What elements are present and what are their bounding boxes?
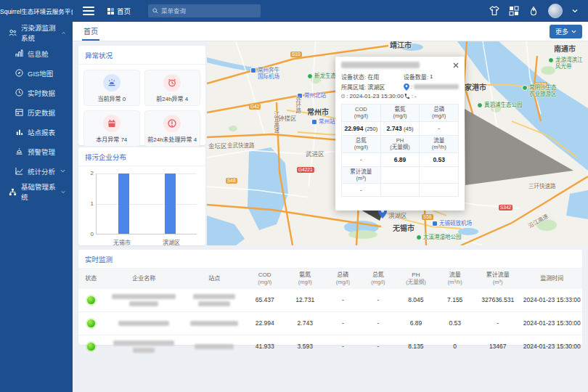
map-poi-park: 龙游湾滨江 风光带 [548, 57, 583, 70]
map-label-road: 江宜高速 [272, 111, 279, 133]
cell-total-flow: 13467 [474, 335, 522, 358]
search-input[interactable] [161, 7, 248, 15]
alarm-icon [15, 147, 23, 155]
cell-nh3: 3.593 [285, 335, 326, 358]
history-icon [15, 108, 23, 116]
sidebar-item-history-data[interactable]: 历史数据 [0, 102, 73, 122]
sidebar-item-gis-map[interactable]: GIS地图 [0, 63, 73, 83]
panel-title: 异常状况 [78, 46, 205, 65]
user-menu-chevron-icon[interactable] [572, 8, 578, 14]
table-row[interactable]: 41.933 3.593 - - 8.135 0 13467 2024-01-2… [78, 335, 582, 359]
close-icon[interactable] [453, 62, 459, 68]
cell-tp: - [325, 335, 361, 358]
stat-card-current-abnormal[interactable]: 当前异常 0 [83, 70, 140, 106]
popup-col-flow: 流量 (m³/h) [420, 135, 459, 152]
flame-icon[interactable] [528, 6, 539, 16]
cell-cod: 65.437 [245, 289, 285, 311]
road-badge: G42 [249, 104, 261, 110]
redacted-station-title [341, 62, 420, 68]
sidebar-item-label: GIS地图 [28, 68, 53, 78]
app-logo: Squirrel生态环境云服务平台 [0, 7, 73, 15]
stat-card-24h-abnormal[interactable]: 前24h异常 4 [144, 70, 201, 106]
map-label-road: 金武快速路 [227, 143, 255, 150]
bar-binhu [165, 173, 176, 234]
clock-icon [341, 93, 345, 99]
cell-flow: 0.53 [436, 312, 474, 335]
sidebar-section-pollution-monitor[interactable]: 污染源监测系统 [0, 22, 73, 44]
menu-search[interactable] [148, 4, 261, 17]
cell-tn: - [361, 312, 396, 335]
redacted-station-name [190, 321, 238, 326]
device-status-value: 在用 [367, 73, 379, 81]
stat-card-label: 前24h未处理异常 4 [147, 135, 197, 143]
map-label-road: 外环路 [294, 97, 301, 113]
sidebar-item-info-cabin[interactable]: 信息舱 [0, 44, 73, 63]
stat-card-label: 前24h异常 4 [156, 94, 188, 102]
sidebar-item-realtime-data[interactable]: 实时数据 [0, 83, 73, 102]
map-poi-park: 常阴沙生态 农业旅游区 [522, 85, 557, 97]
phone-icon [404, 93, 410, 99]
redacted-company-name [113, 340, 174, 346]
cell-ph: 8.135 [396, 335, 436, 358]
gis-map[interactable]: S10 G42 S39 S48 G4221 S342 S58 S229 靖江市 … [207, 41, 588, 245]
sidebar-section-base-manage[interactable]: 基础管理系统 [0, 181, 73, 203]
redacted-company-name [129, 301, 158, 306]
region-value: 滨湖区 [367, 83, 385, 91]
map-label-district: 金坛区 [208, 143, 227, 150]
table-row[interactable]: 22.994 2.743 - - 6.89 0.53 - 2024-01-23 … [78, 312, 582, 335]
breadcrumb-home[interactable]: 首页 [107, 6, 131, 16]
map-poi-park: 黄泗浦生态公园 [477, 102, 523, 109]
map-poi-airport: 无锡硕放机场 [432, 221, 472, 227]
table-row[interactable]: 65.437 12.731 - - 8.045 7.155 327636.531… [78, 289, 582, 312]
cell-tp: - [325, 289, 361, 311]
chart-plot-area [96, 173, 197, 234]
cell-flow: 7.155 [436, 289, 474, 311]
popup-val-total-flow: - [342, 184, 381, 197]
popup-col-nh3: 氨氮 (mg/l) [380, 105, 420, 122]
grid-icon [107, 8, 114, 15]
tabbar: 首页 更多 [73, 22, 588, 41]
popup-col-cod: COD (mg/l) [342, 105, 381, 122]
redacted-station-name [198, 301, 230, 306]
redacted-address [414, 84, 459, 89]
sidebar-item-stat-analysis[interactable]: 统计分析 [0, 161, 73, 181]
cell-nh3: 12.731 [285, 289, 326, 311]
status-dot-green [87, 319, 95, 327]
sidebar-item-label: 信息舱 [28, 49, 49, 59]
sidebar-section-label: 基础管理系统 [21, 181, 57, 202]
table-header-row: 状态 企业名称 站点 COD(mg/l) 氨氮(mg/l) 总磷(mg/l) 总… [78, 269, 582, 289]
users-icon [9, 29, 17, 37]
chevron-up-icon [62, 30, 65, 36]
tab-home[interactable]: 首页 [82, 22, 99, 41]
road-badge: S58 [422, 214, 433, 220]
cell-total-flow: - [474, 312, 522, 335]
layout-icon[interactable] [509, 6, 519, 16]
y-tick: 1 [84, 200, 94, 207]
status-dot-green [87, 296, 95, 304]
hamburger-menu-icon[interactable] [83, 7, 94, 15]
abnormal-status-panel: 异常状况 当前异常 0 前24h异常 4 本月异常 74 [78, 46, 205, 145]
cell-time: 2024-01-23 15:30:00 [522, 312, 582, 335]
cell-time: 2024-01-23 15:30:00 [522, 335, 582, 358]
popup-val-nh3: 2.743 (45) [380, 121, 420, 135]
stat-card-month-abnormal[interactable]: 本月异常 74 [83, 110, 140, 147]
cell-ph: 8.045 [396, 289, 436, 311]
cell-cod: 41.933 [245, 335, 285, 358]
road-badge: G4221 [297, 167, 314, 173]
sidebar-item-alert-manage[interactable]: 预警管理 [0, 142, 73, 161]
cell-nh3: 2.743 [285, 312, 326, 335]
cell-tn: - [361, 289, 396, 311]
more-button[interactable]: 更多 [550, 25, 582, 38]
stat-card-24h-unhandled[interactable]: 前24h未处理异常 4 [144, 110, 201, 147]
road-badge: S10 [290, 52, 302, 57]
sidebar-item-station-report[interactable]: 站点报表 [0, 122, 73, 142]
popup-col-tn: 总氮 (mg/l) [342, 135, 381, 152]
breadcrumb-home-label: 首页 [117, 6, 131, 16]
device-count-label: 设备数量: [404, 73, 428, 81]
theme-skin-icon[interactable] [489, 6, 499, 16]
compass-icon [15, 69, 23, 77]
more-button-label: 更多 [555, 27, 568, 36]
popup-phone: - [415, 93, 417, 99]
user-avatar[interactable] [548, 4, 563, 18]
bar-chart: 2 1 0 无锡市 滨湖区 [84, 169, 200, 248]
